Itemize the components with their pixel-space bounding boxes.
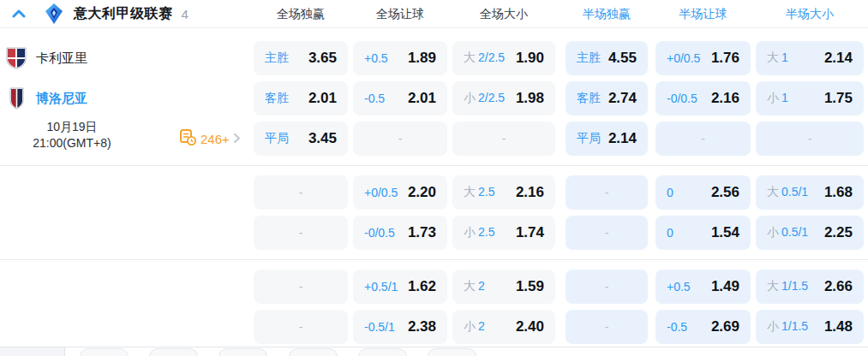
col-header-full-1x2: 全场独赢 [254,7,348,22]
chevron-right-icon [233,132,241,147]
odds-row-2: 客胜2.01 -0.52.01 小2/2.51.98 客胜2.74 -0/0.5… [254,81,864,116]
odds-cell-ft1x2-home[interactable]: 主胜3.65 [254,41,348,75]
odds-cell-fthdp3-away[interactable]: -0.5/12.38 [353,310,447,344]
col-header-half-handicap: 半场让球 [655,7,751,22]
odds-cell-empty[interactable]: - [254,175,348,210]
odds-cell-htou-under[interactable]: 小11.75 [756,81,864,116]
section-divider [0,347,868,347]
odds-cell-fthdp3-home[interactable]: +0.5/11.62 [353,270,447,304]
odds-cell-ftou3-under[interactable]: 小22.40 [452,310,555,344]
serie-a-logo-icon [45,3,63,24]
odds-cell-ftou2-under[interactable]: 小2.51.74 [452,216,555,250]
odds-cell-empty[interactable]: - [566,310,648,344]
match-datetime: 10月19日 21:00(GMT+8) [0,119,144,151]
odds-row-6: - +0.5/11.62 大21.59 - +0.51.49 大1/1.52.6… [254,270,864,304]
odds-cell-htou3-under[interactable]: 小1/1.51.48 [756,310,864,344]
odds-cell-empty[interactable]: - [452,122,555,156]
odds-cell-hthdp-home[interactable]: +0/0.51.76 [655,41,751,75]
odds-grid: 主胜3.65 +0.51.89 大2/2.51.90 主胜4.55 +0/0.5… [254,28,868,347]
odds-cell-empty[interactable]: - [566,175,648,210]
cagliari-crest-icon [5,47,27,69]
odds-cell-ftou3-over[interactable]: 大21.59 [452,270,555,304]
odds-cell-empty[interactable]: - [254,216,348,250]
match-date: 10月19日 [0,119,144,135]
col-header-full-handicap: 全场让球 [353,7,447,22]
home-team-name: 卡利亚里 [36,50,87,67]
match-info-panel: 卡利亚里 博洛尼亚 10月19日 21:00(GMT+8) [0,28,250,347]
match-count: 4 [182,7,189,21]
partial-pill-button[interactable] [149,348,198,356]
odds-cell-htou2-over[interactable]: 大0.5/11.68 [756,175,864,210]
collapse-chevron-up-icon[interactable] [11,6,27,21]
odds-cell-ht1x2-home[interactable]: 主胜4.55 [566,41,648,75]
partial-pill-button[interactable] [289,348,338,356]
odds-cell-empty[interactable]: - [353,122,447,156]
odds-cell-fthdp-home[interactable]: +0.51.89 [353,41,447,75]
league-title: 意大利甲级联赛 [74,5,173,23]
away-team-row: 博洛尼亚 [5,81,87,116]
odds-cell-empty[interactable]: - [655,122,751,156]
group-divider [0,165,868,166]
odds-cell-ft1x2-away[interactable]: 客胜2.01 [254,81,348,116]
more-markets-count: 246+ [201,132,230,146]
odds-cell-empty[interactable]: - [566,270,648,304]
odds-widget: 意大利甲级联赛 4 全场独赢 全场让球 全场大小 半场独赢 半场让球 半场大小 … [0,0,868,356]
odds-cell-fthdp2-home[interactable]: +0/0.52.20 [353,175,447,210]
away-team-name: 博洛尼亚 [36,91,87,107]
odds-cell-htou2-under[interactable]: 小0.5/12.25 [756,216,864,250]
group-divider [0,259,868,260]
match-time: 21:00(GMT+8) [0,135,144,151]
odds-cell-ftou-over[interactable]: 大2/2.51.90 [452,41,555,75]
odds-cell-empty[interactable]: - [254,270,348,304]
odds-row-1: 主胜3.65 +0.51.89 大2/2.51.90 主胜4.55 +0/0.5… [254,41,864,75]
bologna-crest-icon [5,87,27,110]
next-section-left-block [0,347,65,356]
home-team-row: 卡利亚里 [5,41,87,75]
odds-cell-ft1x2-draw[interactable]: 平局3.45 [254,122,348,156]
partial-pill-button[interactable] [218,348,267,356]
odds-cell-hthdp3-home[interactable]: +0.51.49 [655,270,751,304]
odds-cell-htou-over[interactable]: 大12.14 [756,41,864,75]
odds-row-3: 平局3.45 - - 平局2.14 - - [254,122,864,156]
col-header-half-1x2: 半场独赢 [566,7,648,22]
odds-cell-empty[interactable]: - [756,122,864,156]
odds-cell-empty[interactable]: - [254,310,348,344]
odds-cell-hthdp-away[interactable]: -0/0.52.16 [655,81,751,116]
odds-row-4: - +0/0.52.20 大2.52.16 - 02.56 大0.5/11.68 [254,175,864,210]
odds-cell-ht1x2-draw[interactable]: 平局2.14 [566,122,648,156]
odds-cell-fthdp2-away[interactable]: -0/0.51.73 [353,216,447,250]
odds-row-7: - -0.5/12.38 小22.40 - -0.52.69 小1/1.51.4… [254,310,864,344]
odds-cell-hthdp2-home[interactable]: 02.56 [655,175,751,210]
odds-cell-hthdp3-away[interactable]: -0.52.69 [655,310,751,344]
column-headers: 全场独赢 全场让球 全场大小 半场独赢 半场让球 半场大小 [254,0,864,28]
partial-pill-button[interactable] [428,348,476,356]
odds-cell-ftou-under[interactable]: 小2/2.51.98 [452,81,555,116]
col-header-full-ou: 全场大小 [452,7,555,22]
odds-cell-ftou2-over[interactable]: 大2.52.16 [452,175,555,210]
partial-pill-button[interactable] [80,348,129,356]
odds-cell-empty[interactable]: - [566,216,648,250]
odds-cell-htou3-over[interactable]: 大1/1.52.66 [756,270,864,304]
odds-cell-ht1x2-away[interactable]: 客胜2.74 [566,81,648,116]
markets-history-icon [180,129,196,149]
partial-pill-button[interactable] [358,348,407,356]
odds-cell-hthdp2-away[interactable]: 01.54 [655,216,751,250]
more-markets-link[interactable]: 246+ [180,129,241,149]
odds-row-5: - -0/0.51.73 小2.51.74 - 01.54 小0.5/12.25 [254,216,864,250]
odds-cell-fthdp-away[interactable]: -0.52.01 [353,81,447,116]
col-header-half-ou: 半场大小 [756,7,864,22]
